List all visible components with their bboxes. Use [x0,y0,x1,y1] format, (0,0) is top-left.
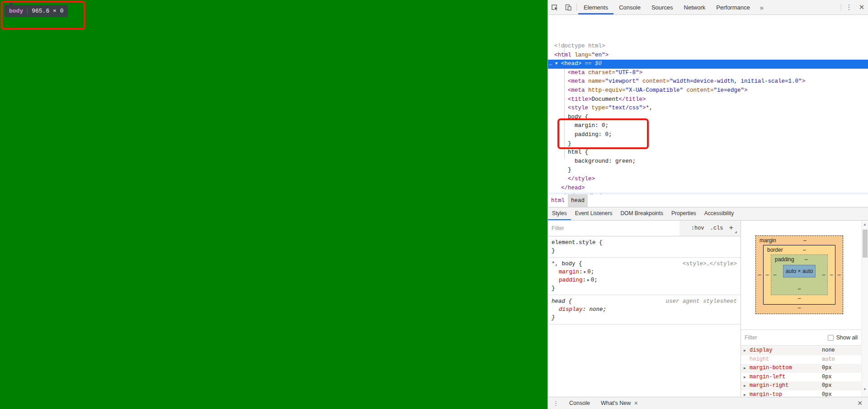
scrollbar-down-icon[interactable]: ▼ [862,387,868,391]
code-token: html { [568,149,588,155]
more-tabs-chevron[interactable]: » [755,0,768,14]
box-model-value: – [828,254,835,295]
code-token: content= [639,78,670,85]
styles-filter-input[interactable] [548,221,679,236]
show-all-toggle[interactable]: Show all [828,334,858,341]
drawer-bar: ⋮ ConsoleWhat's New✕ ✕ [548,397,868,409]
computed-property-name: margin-left [750,373,822,382]
code-token: "en" [592,52,605,58]
expand-closed-icon[interactable]: ▶ [744,346,750,355]
expand-open-icon[interactable]: ▼ [555,60,561,69]
computed-property-row[interactable]: ▶margin-right0px [741,381,861,390]
css-declaration[interactable]: display: none; [552,306,737,314]
code-token: <meta [568,78,588,85]
style-rules-list: element.style {}*, body {<style>…</style… [548,236,741,324]
computed-property-row[interactable]: ▶margin-bottom0px [741,364,861,373]
adorner-hint[interactable]: … [549,60,553,69]
tab-console[interactable]: Console [613,0,646,14]
code-token: <title> [568,96,592,103]
code-token: > [642,105,646,111]
dom-tree-node[interactable]: background: green; [548,157,868,166]
style-rule[interactable]: head {user agent stylesheetdisplay: none… [548,295,741,324]
drawer-tab-label: What's New [601,400,631,406]
tab-styles[interactable]: Styles [548,207,571,220]
device-toolbar-icon[interactable] [561,0,575,14]
tab-accessibility[interactable]: Accessibility [700,207,738,220]
expand-closed-icon[interactable]: ▶ [744,364,750,373]
box-model-border[interactable]: border– – padding– – auto × auto [763,245,835,305]
code-token: == $0 [581,61,602,67]
code-token: "width=device-width, initial-scale=1.0" [670,78,802,85]
rule-closing-brace: } [552,247,737,255]
rule-source-link[interactable]: user agent stylesheet [665,297,737,306]
browser-viewport: body 965.6 × 0 [0,0,547,409]
close-icon[interactable]: ✕ [634,400,638,406]
tab-event-listeners[interactable]: Event Listeners [571,207,617,220]
css-property-value: 0; [591,277,598,283]
tab-dom-breakpoints[interactable]: DOM Breakpoints [616,207,667,220]
tab-elements[interactable]: Elements [578,0,613,14]
dom-tree-node[interactable]: <meta http-equiv="X-UA-Compatible" conte… [548,86,868,95]
breadcrumb-head[interactable]: head [568,194,588,207]
box-model-padding[interactable]: padding– – auto × auto – – [771,254,828,295]
scrollbar-up-icon[interactable]: ▲ [862,222,868,226]
dom-tree-node[interactable]: <!doctype html> [548,42,868,51]
css-declaration[interactable]: margin:▶0; [552,268,737,276]
dom-tree-node[interactable]: </head> [548,184,868,193]
expand-closed-icon[interactable]: ▶ [587,276,590,284]
code-token: <meta [568,70,588,76]
code-token: > [744,87,748,94]
new-style-rule-button[interactable]: + [729,224,736,232]
styles-toolbar: :hov .cls + [548,221,741,236]
drawer-menu-icon[interactable]: ⋮ [548,400,564,407]
devtools-menu-icon[interactable]: ⋮ [843,0,855,14]
annotation-rectangle [557,118,649,149]
computed-properties-list: ▶displaynoneheightauto▶margin-bottom0px▶… [741,346,861,397]
dom-tree-node[interactable]: <meta name="viewport" content="width=dev… [548,77,868,86]
computed-filter-input[interactable] [745,334,828,341]
box-model-content[interactable]: auto × auto [783,265,816,277]
dom-tree-node[interactable]: </style> [548,175,868,184]
toggle-class-button[interactable]: .cls [710,225,723,231]
scrollbar-thumb[interactable] [863,230,868,258]
computed-property-row[interactable]: heightauto [741,355,861,364]
box-model-value: – [764,295,835,304]
drawer-tab-what-s-new[interactable]: What's New✕ [595,397,644,409]
code-token: "viewport" [605,78,639,85]
tab-network[interactable]: Network [679,0,711,14]
dom-tree-node[interactable]: html { [548,148,868,157]
computed-property-row[interactable]: ▶margin-top0px [741,390,861,397]
style-rule[interactable]: *, body {<style>…</style>margin:▶0;paddi… [548,258,741,295]
breadcrumb-html[interactable]: html [548,194,568,207]
computed-property-row[interactable]: ▶displaynone [741,346,861,355]
dom-tree-node[interactable]: } [548,166,868,175]
inspect-icon[interactable] [548,0,561,14]
dom-tree-node[interactable]: <title>Document</title> [548,95,868,104]
drawer-close-icon[interactable]: ✕ [852,400,868,407]
box-model-value: – [756,305,843,314]
box-model-margin[interactable]: margin– – border– – padding– – [755,235,843,314]
computed-property-row[interactable]: ▶margin-left0px [741,373,861,382]
drawer-tab-console[interactable]: Console [564,397,595,409]
expand-closed-icon[interactable]: ▶ [744,373,750,382]
dom-tree-node[interactable]: …▼<head> == $0 [548,60,868,69]
code-token: <html [554,52,575,58]
tab-properties[interactable]: Properties [667,207,700,220]
style-rule[interactable]: element.style {} [548,236,741,258]
box-model-diagram: margin– – border– – padding– – [755,235,843,314]
dom-tree-node[interactable]: <style type="text/css">*, [548,104,868,113]
tab-sources[interactable]: Sources [646,0,679,14]
show-all-checkbox[interactable] [828,335,834,341]
css-declaration[interactable]: padding:▶0; [552,276,737,284]
dom-tree-node[interactable]: <meta charset="UTF-8"> [548,69,868,78]
expand-closed-icon[interactable]: ▶ [584,268,586,276]
scrollbar[interactable]: ▲ ▼ [861,221,868,397]
expand-closed-icon[interactable]: ▶ [744,381,750,390]
dom-tree-node[interactable]: <html lang="en"> [548,51,868,60]
devtools-close-icon[interactable]: ✕ [855,0,868,14]
toggle-pseudo-button[interactable]: :hov [691,225,704,231]
rule-source-link[interactable]: <style>…</style> [683,260,737,268]
tab-performance[interactable]: Performance [711,0,755,14]
expand-closed-icon[interactable]: ▶ [744,390,750,397]
code-token: charset= [588,70,615,76]
